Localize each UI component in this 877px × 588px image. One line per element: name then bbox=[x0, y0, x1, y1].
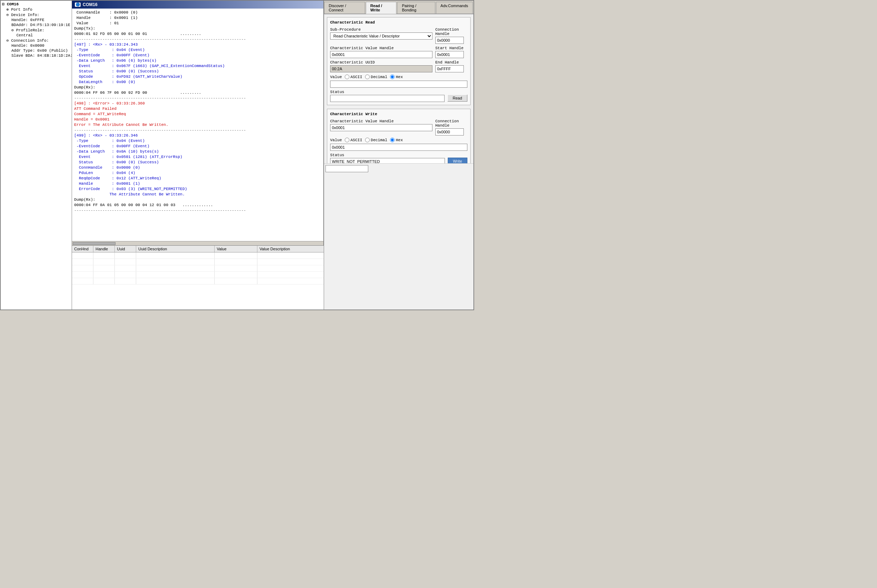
log-window-title: COM16 bbox=[83, 2, 97, 7]
right-panel: Discover / Connect Read / Write Pairing … bbox=[324, 1, 474, 309]
log-line: 0000:04 FF 0A 01 05 00 00 00 04 12 01 00… bbox=[74, 202, 321, 208]
log-line: ConnHandle : 0x0000 (0) bbox=[74, 165, 321, 171]
tree-item-conn-info[interactable]: ⊖ Connection Info: bbox=[1, 38, 71, 43]
write-conn-handle-label: Connection Handle bbox=[435, 119, 468, 128]
bluetooth-icon: 🔵 bbox=[75, 3, 81, 7]
log-line: -EventCode : 0x00FF (Event) bbox=[74, 144, 321, 149]
ascii-radio-read[interactable]: ASCII bbox=[345, 75, 362, 79]
tree-item-slave-bda[interactable]: Slave BDA: 84:EB:18:1D:2A:32 bbox=[1, 53, 71, 58]
log-line: Handle = 0x0001 bbox=[74, 117, 321, 122]
log-line: Event : 0x0501 (1281) (ATT_ErrorRsp) bbox=[74, 154, 321, 160]
log-area[interactable]: ConnHandle : 0x0000 (0) Handle : 0x0001 … bbox=[72, 9, 323, 241]
log-line: -Data Length : 0x06 (6) bytes(s) bbox=[74, 58, 321, 63]
table-row bbox=[72, 252, 324, 259]
tree-item-central[interactable]: Central bbox=[1, 33, 71, 38]
decimal-radio-read[interactable]: Decimal bbox=[365, 75, 387, 79]
char-write-title: Characteristic Write bbox=[330, 112, 468, 116]
char-read-section: Characteristic Read Sub-Procedure Read C… bbox=[327, 17, 471, 105]
content-area: ⊟ COM16 ⊕ Port Info ⊖ Device Info: Handl… bbox=[1, 1, 474, 309]
log-line: Handle : 0x0001 (1) bbox=[74, 15, 321, 21]
status-read-input bbox=[330, 95, 445, 102]
tree-label-com16: COM16 bbox=[7, 2, 18, 6]
hex-radio-read[interactable]: Hex bbox=[390, 75, 403, 79]
tree-label-slave-bda: Slave BDA: 84:EB:18:1D:2A:32 bbox=[11, 54, 72, 58]
char-uuid-input bbox=[330, 65, 432, 72]
tree-label-handle-fffe: Handle: 0xFFFE bbox=[11, 18, 44, 22]
log-line: ATT Command Failed bbox=[74, 106, 321, 112]
table-header: ConHndHandleUuidUuid DescriptionValueVal… bbox=[72, 246, 324, 252]
log-line: 0000:04 FF 06 7F 06 00 92 FD 00 ........… bbox=[74, 90, 321, 96]
log-line: ErrorCode : 0x03 (3) (WRITE_NOT_PERMITTE… bbox=[74, 186, 321, 192]
tab-pairing-bonding[interactable]: Pairing / Bonding bbox=[397, 2, 435, 14]
decimal-radio-write[interactable]: Decimal bbox=[365, 138, 387, 142]
log-line: The Attribute Cannot Be Written. bbox=[74, 192, 321, 197]
hex-radio-write[interactable]: Hex bbox=[390, 138, 403, 142]
tree-label-bdaddr: BDAddr: D4:F5:13:09:19:1E bbox=[11, 23, 70, 27]
char-val-handle-col: Characteristic Value Handle bbox=[330, 46, 432, 58]
char-uuid-label: Characteristic UUID bbox=[330, 60, 432, 64]
tree-item-handle-0000[interactable]: Handle: 0x0000 bbox=[1, 43, 71, 48]
write-char-val-col: Characteristic Value Handle bbox=[330, 119, 432, 135]
tab-discover-connect[interactable]: Discover / Connect bbox=[324, 2, 365, 14]
char-value-handle-write-input[interactable] bbox=[330, 124, 432, 131]
scrollbar-x-thumb[interactable] bbox=[73, 242, 115, 245]
end-handle-input[interactable] bbox=[435, 65, 464, 72]
value-read-input[interactable] bbox=[330, 81, 468, 88]
conn-handle-write-input[interactable] bbox=[435, 128, 464, 135]
sub-proc-col: Sub-Procedure Read Characteristic Value … bbox=[330, 27, 432, 44]
sub-proc-row: Sub-Procedure Read Characteristic Value … bbox=[330, 27, 468, 44]
tab-adv-commands[interactable]: Adv.Commands bbox=[436, 2, 473, 14]
tree-item-bdaddr[interactable]: BDAddr: D4:F5:13:09:19:1E bbox=[1, 22, 71, 27]
value-radio-write-row: Value ASCII Decimal Hex bbox=[330, 138, 468, 142]
tree-label-addr-type: Addr Type: 0x00 (Public) bbox=[11, 48, 68, 53]
tree-item-com16[interactable]: ⊟ COM16 bbox=[1, 2, 71, 7]
char-val-handle-label: Characteristic Value Handle bbox=[330, 46, 432, 50]
ascii-radio-write[interactable]: ASCII bbox=[345, 138, 362, 142]
start-handle-input[interactable] bbox=[435, 51, 464, 58]
log-line: Handle : 0x0001 (1) bbox=[74, 181, 321, 186]
table-header-cell: Handle bbox=[93, 246, 115, 252]
bottom-table: ConHndHandleUuidUuid DescriptionValueVal… bbox=[72, 245, 324, 309]
value-write-input[interactable] bbox=[330, 144, 468, 151]
tab-read-write[interactable]: Read / Write bbox=[366, 2, 397, 14]
log-line: ----------------------------------------… bbox=[74, 128, 321, 133]
minus-icon-3: ⊖ bbox=[11, 28, 16, 33]
tree-item-addr-type[interactable]: Addr Type: 0x00 (Public) bbox=[1, 48, 71, 53]
write-char-val-label: Characteristic Value Handle bbox=[330, 119, 432, 123]
right-bottom-input[interactable] bbox=[325, 165, 368, 172]
tree-item-port-info[interactable]: ⊕ Port Info bbox=[1, 7, 71, 12]
table-header-cell: Value bbox=[214, 246, 257, 252]
end-handle-label: End Handle bbox=[435, 60, 468, 64]
log-line: [499] : <Rx> - 03:33:26.346 bbox=[74, 133, 321, 138]
read-button[interactable]: Read bbox=[447, 94, 468, 102]
log-line: PduLen : 0x04 (4) bbox=[74, 171, 321, 176]
char-value-handle-read-input[interactable] bbox=[330, 51, 432, 58]
log-line: ConnHandle : 0x0000 (0) bbox=[74, 10, 321, 15]
log-line: Status : 0x00 (0) (Success) bbox=[74, 160, 321, 165]
sub-proc-label: Sub-Procedure bbox=[330, 27, 432, 32]
sub-procedure-select[interactable]: Read Characteristic Value / Descriptor bbox=[330, 33, 432, 40]
log-line: Command = ATT_WriteReq bbox=[74, 112, 321, 117]
tree-item-device-info[interactable]: ⊖ Device Info: bbox=[1, 12, 71, 18]
log-line: -EventCode : 0x00FF (Event) bbox=[74, 53, 321, 58]
log-line: -Type : 0x04 (Event) bbox=[74, 138, 321, 144]
table-header-cell: Value Description bbox=[257, 246, 324, 252]
char-uuid-col: Characteristic UUID bbox=[330, 60, 432, 72]
table-header-cell: ConHnd bbox=[72, 246, 93, 252]
write-button[interactable]: Write bbox=[448, 158, 468, 164]
log-line: Dump(Rx): bbox=[74, 197, 321, 202]
char-uuid-row: Characteristic UUID End Handle bbox=[330, 60, 468, 72]
log-scrollbar-x[interactable] bbox=[72, 241, 323, 245]
minus-icon-2: ⊖ bbox=[6, 13, 11, 17]
log-line: -Type : 0x04 (Event) bbox=[74, 47, 321, 53]
table-rows bbox=[72, 252, 324, 285]
table-row bbox=[72, 265, 324, 272]
right-bottom-spacer bbox=[324, 164, 474, 310]
tree-item-handle-fffe[interactable]: Handle: 0xFFFE bbox=[1, 18, 71, 22]
minus-icon: ⊟ bbox=[2, 2, 7, 6]
tree-item-profile-role[interactable]: ⊖ ProfileRole: bbox=[1, 27, 71, 33]
write-handle-row: Characteristic Value Handle Connection H… bbox=[330, 119, 468, 135]
conn-handle-read-input[interactable] bbox=[435, 37, 464, 44]
status-read-field: Status bbox=[330, 90, 445, 102]
log-header: 🔵 COM16 bbox=[72, 1, 323, 9]
